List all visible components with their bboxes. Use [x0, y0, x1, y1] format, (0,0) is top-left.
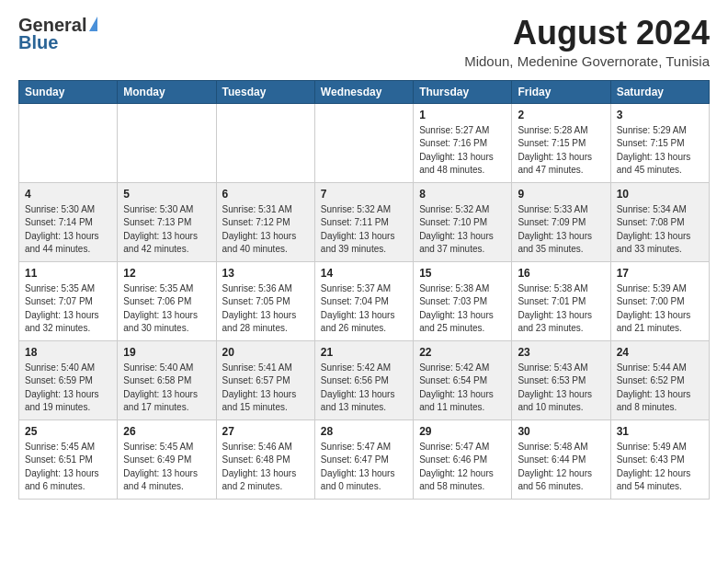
- day-number: 26: [123, 425, 210, 438]
- day-number: 25: [25, 425, 111, 438]
- calendar-cell: 2Sunrise: 5:28 AM Sunset: 7:15 PM Daylig…: [512, 103, 610, 182]
- calendar-week-row: 1Sunrise: 5:27 AM Sunset: 7:16 PM Daylig…: [19, 103, 710, 182]
- day-info: Sunrise: 5:46 AM Sunset: 6:48 PM Dayligh…: [222, 441, 309, 494]
- day-number: 20: [222, 346, 309, 359]
- day-info: Sunrise: 5:38 AM Sunset: 7:01 PM Dayligh…: [518, 282, 604, 336]
- calendar-cell: 4Sunrise: 5:30 AM Sunset: 7:14 PM Daylig…: [19, 182, 118, 261]
- calendar-cell: 12Sunrise: 5:35 AM Sunset: 7:06 PM Dayli…: [118, 261, 216, 340]
- day-info: Sunrise: 5:42 AM Sunset: 6:56 PM Dayligh…: [321, 362, 407, 415]
- day-info: Sunrise: 5:32 AM Sunset: 7:10 PM Dayligh…: [419, 203, 506, 257]
- day-info: Sunrise: 5:45 AM Sunset: 6:49 PM Dayligh…: [123, 441, 210, 494]
- calendar-cell: 29Sunrise: 5:47 AM Sunset: 6:46 PM Dayli…: [414, 419, 512, 499]
- day-info: Sunrise: 5:47 AM Sunset: 6:46 PM Dayligh…: [419, 441, 506, 494]
- calendar-cell: 31Sunrise: 5:49 AM Sunset: 6:43 PM Dayli…: [610, 419, 709, 499]
- calendar-cell: 7Sunrise: 5:32 AM Sunset: 7:11 PM Daylig…: [314, 182, 413, 261]
- day-number: 16: [518, 267, 604, 280]
- calendar-cell: 14Sunrise: 5:37 AM Sunset: 7:04 PM Dayli…: [314, 261, 413, 340]
- day-number: 23: [518, 346, 604, 359]
- calendar-cell: 10Sunrise: 5:34 AM Sunset: 7:08 PM Dayli…: [610, 182, 709, 261]
- day-info: Sunrise: 5:41 AM Sunset: 6:57 PM Dayligh…: [222, 362, 309, 415]
- day-number: 5: [123, 188, 210, 201]
- calendar-table: SundayMondayTuesdayWednesdayThursdayFrid…: [18, 80, 710, 500]
- day-info: Sunrise: 5:35 AM Sunset: 7:07 PM Dayligh…: [25, 282, 111, 336]
- day-info: Sunrise: 5:29 AM Sunset: 7:15 PM Dayligh…: [617, 124, 703, 178]
- day-info: Sunrise: 5:33 AM Sunset: 7:09 PM Dayligh…: [518, 203, 604, 257]
- calendar-week-row: 4Sunrise: 5:30 AM Sunset: 7:14 PM Daylig…: [19, 182, 710, 261]
- day-number: 8: [419, 188, 506, 201]
- calendar-cell: 18Sunrise: 5:40 AM Sunset: 6:59 PM Dayli…: [19, 340, 118, 419]
- day-number: 29: [419, 425, 506, 438]
- day-info: Sunrise: 5:48 AM Sunset: 6:44 PM Dayligh…: [518, 441, 604, 494]
- calendar-cell: 20Sunrise: 5:41 AM Sunset: 6:57 PM Dayli…: [216, 340, 314, 419]
- day-info: Sunrise: 5:38 AM Sunset: 7:03 PM Dayligh…: [419, 282, 506, 336]
- calendar-cell: 24Sunrise: 5:44 AM Sunset: 6:52 PM Dayli…: [610, 340, 709, 419]
- calendar-cell: 26Sunrise: 5:45 AM Sunset: 6:49 PM Dayli…: [118, 419, 216, 499]
- calendar-header-row: SundayMondayTuesdayWednesdayThursdayFrid…: [19, 80, 710, 103]
- calendar-header-saturday: Saturday: [610, 80, 709, 103]
- day-info: Sunrise: 5:43 AM Sunset: 6:53 PM Dayligh…: [518, 362, 604, 415]
- day-number: 11: [25, 267, 111, 280]
- calendar-cell: 1Sunrise: 5:27 AM Sunset: 7:16 PM Daylig…: [414, 103, 512, 182]
- calendar-cell: [19, 103, 118, 182]
- day-number: 6: [222, 188, 309, 201]
- calendar-cell: 21Sunrise: 5:42 AM Sunset: 6:56 PM Dayli…: [314, 340, 413, 419]
- calendar-header-wednesday: Wednesday: [314, 80, 413, 103]
- day-info: Sunrise: 5:37 AM Sunset: 7:04 PM Dayligh…: [321, 282, 407, 336]
- day-info: Sunrise: 5:27 AM Sunset: 7:16 PM Dayligh…: [419, 124, 506, 178]
- day-number: 27: [222, 425, 309, 438]
- day-number: 14: [321, 267, 407, 280]
- day-number: 21: [321, 346, 407, 359]
- calendar-cell: 15Sunrise: 5:38 AM Sunset: 7:03 PM Dayli…: [414, 261, 512, 340]
- day-info: Sunrise: 5:31 AM Sunset: 7:12 PM Dayligh…: [222, 203, 309, 257]
- day-number: 19: [123, 346, 210, 359]
- calendar-cell: 17Sunrise: 5:39 AM Sunset: 7:00 PM Dayli…: [610, 261, 709, 340]
- calendar-cell: 30Sunrise: 5:48 AM Sunset: 6:44 PM Dayli…: [512, 419, 610, 499]
- page-header: General Blue August 2024 Midoun, Medenin…: [18, 15, 710, 69]
- calendar-cell: [314, 103, 413, 182]
- day-info: Sunrise: 5:39 AM Sunset: 7:00 PM Dayligh…: [617, 282, 703, 336]
- calendar-cell: 6Sunrise: 5:31 AM Sunset: 7:12 PM Daylig…: [216, 182, 314, 261]
- calendar-cell: [216, 103, 314, 182]
- logo: General Blue: [18, 15, 97, 53]
- day-number: 1: [419, 109, 506, 121]
- logo-blue: Blue: [18, 32, 58, 53]
- calendar-cell: 3Sunrise: 5:29 AM Sunset: 7:15 PM Daylig…: [610, 103, 709, 182]
- calendar-header-sunday: Sunday: [19, 80, 118, 103]
- calendar-header-friday: Friday: [512, 80, 610, 103]
- day-info: Sunrise: 5:42 AM Sunset: 6:54 PM Dayligh…: [419, 362, 506, 415]
- calendar-cell: 8Sunrise: 5:32 AM Sunset: 7:10 PM Daylig…: [414, 182, 512, 261]
- day-number: 13: [222, 267, 309, 280]
- day-number: 30: [518, 425, 604, 438]
- day-number: 12: [123, 267, 210, 280]
- calendar-cell: 27Sunrise: 5:46 AM Sunset: 6:48 PM Dayli…: [216, 419, 314, 499]
- day-number: 18: [25, 346, 111, 359]
- calendar-week-row: 11Sunrise: 5:35 AM Sunset: 7:07 PM Dayli…: [19, 261, 710, 340]
- calendar-cell: 23Sunrise: 5:43 AM Sunset: 6:53 PM Dayli…: [512, 340, 610, 419]
- day-number: 3: [617, 109, 703, 121]
- day-number: 24: [617, 346, 703, 359]
- day-number: 17: [617, 267, 703, 280]
- calendar-cell: [118, 103, 216, 182]
- day-number: 9: [518, 188, 604, 201]
- day-info: Sunrise: 5:40 AM Sunset: 6:59 PM Dayligh…: [25, 362, 111, 415]
- day-number: 28: [321, 425, 407, 438]
- calendar-header-tuesday: Tuesday: [216, 80, 314, 103]
- calendar-cell: 9Sunrise: 5:33 AM Sunset: 7:09 PM Daylig…: [512, 182, 610, 261]
- day-info: Sunrise: 5:44 AM Sunset: 6:52 PM Dayligh…: [617, 362, 703, 415]
- calendar-cell: 16Sunrise: 5:38 AM Sunset: 7:01 PM Dayli…: [512, 261, 610, 340]
- calendar-cell: 5Sunrise: 5:30 AM Sunset: 7:13 PM Daylig…: [118, 182, 216, 261]
- calendar-cell: 11Sunrise: 5:35 AM Sunset: 7:07 PM Dayli…: [19, 261, 118, 340]
- day-info: Sunrise: 5:36 AM Sunset: 7:05 PM Dayligh…: [222, 282, 309, 336]
- day-info: Sunrise: 5:34 AM Sunset: 7:08 PM Dayligh…: [617, 203, 703, 257]
- calendar-week-row: 18Sunrise: 5:40 AM Sunset: 6:59 PM Dayli…: [19, 340, 710, 419]
- day-info: Sunrise: 5:35 AM Sunset: 7:06 PM Dayligh…: [123, 282, 210, 336]
- day-number: 10: [617, 188, 703, 201]
- calendar-cell: 22Sunrise: 5:42 AM Sunset: 6:54 PM Dayli…: [414, 340, 512, 419]
- day-number: 22: [419, 346, 506, 359]
- day-info: Sunrise: 5:30 AM Sunset: 7:14 PM Dayligh…: [25, 203, 111, 257]
- location-subtitle: Midoun, Medenine Governorate, Tunisia: [464, 53, 710, 69]
- day-info: Sunrise: 5:40 AM Sunset: 6:58 PM Dayligh…: [123, 362, 210, 415]
- day-info: Sunrise: 5:49 AM Sunset: 6:43 PM Dayligh…: [617, 441, 703, 494]
- day-number: 4: [25, 188, 111, 201]
- day-number: 31: [617, 425, 703, 438]
